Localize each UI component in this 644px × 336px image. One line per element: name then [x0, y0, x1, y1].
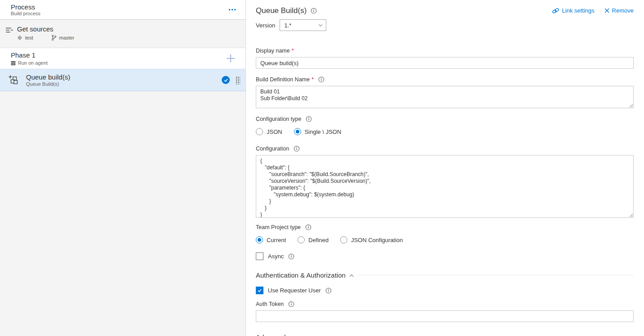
- build-pipeline-editor: Process Build process Get sources: [0, 0, 644, 336]
- phase-card: Phase 1 Run on agent: [0, 48, 245, 91]
- repo-name: test: [25, 35, 33, 40]
- panel-title: Queue Build(s): [256, 6, 307, 15]
- build-definition-label: Build Definition Name: [256, 76, 310, 83]
- panel-header: Queue Build(s) Link settings: [256, 6, 634, 15]
- panel-actions: Link settings Remove: [552, 7, 634, 14]
- async-label: Async: [268, 253, 284, 260]
- section-authentication-authorization[interactable]: Authentication & Authorization: [256, 271, 634, 279]
- add-task-button[interactable]: [223, 53, 238, 64]
- chevron-down-icon: [319, 22, 322, 26]
- display-name-field: Display name *: [256, 48, 634, 69]
- required-mark: *: [311, 76, 314, 83]
- configuration-field: Configuration { "default": { "sourceBran…: [256, 146, 634, 218]
- radio-circle-icon: [256, 128, 263, 135]
- remove-label: Remove: [612, 7, 634, 14]
- auth-section-title: Authentication & Authorization: [256, 271, 346, 279]
- phase-header[interactable]: Phase 1 Run on agent: [0, 48, 245, 69]
- radio-current[interactable]: Current: [256, 236, 286, 243]
- process-subtitle: Build process: [11, 11, 40, 17]
- auth-token-label-row: Auth Token: [256, 301, 634, 307]
- process-sidebar: Process Build process Get sources: [0, 0, 246, 336]
- version-value: 1.*: [284, 22, 291, 29]
- radio-circle-icon: [298, 236, 305, 243]
- phase-subtitle: Run on agent: [18, 60, 48, 66]
- configuration-textarea[interactable]: { "default": { "sourceBranch": "$(Build.…: [256, 155, 634, 218]
- info-icon[interactable]: [305, 224, 311, 230]
- radio-json[interactable]: JSON: [256, 128, 282, 135]
- configuration-type-label: Configuration type: [256, 116, 301, 122]
- build-definition-name-field: Build Definition Name * Build 01 Sub Fol…: [256, 76, 634, 108]
- auth-token-field: Auth Token: [256, 301, 634, 322]
- team-project-type-field: Team Project type Current Defined JSON: [256, 224, 634, 243]
- configuration-type-field: Configuration type JSON Single \ JSON: [256, 116, 634, 135]
- configuration-label-row: Configuration: [256, 146, 634, 152]
- plus-icon: [226, 53, 236, 63]
- auth-token-label: Auth Token: [256, 301, 284, 307]
- repo-icon: [17, 35, 22, 40]
- display-name-input[interactable]: [256, 57, 634, 69]
- info-icon[interactable]: [294, 146, 300, 152]
- task-row-queue-builds[interactable]: Queue build(s) Queue Build(s): [0, 69, 245, 91]
- info-icon[interactable]: [318, 76, 324, 83]
- version-select[interactable]: 1.*: [280, 19, 326, 31]
- sidebar-empty-area: [0, 91, 245, 336]
- section-divider: [358, 275, 634, 275]
- get-sources-item[interactable]: Get sources test: [0, 20, 245, 48]
- get-sources-title: Get sources: [17, 25, 74, 33]
- radio-json-configuration[interactable]: JSON Configuration: [340, 236, 403, 243]
- radio-circle-selected-icon: [256, 236, 263, 243]
- chevron-down-icon: [290, 333, 294, 336]
- drag-handle[interactable]: [235, 76, 240, 84]
- phase-subtitle-row: Run on agent: [11, 60, 48, 66]
- team-project-type-radio-group: Current Defined JSON Configuration: [256, 236, 634, 243]
- ellipsis-menu-icon[interactable]: [227, 7, 237, 12]
- section-advanced[interactable]: Advanced: [256, 333, 634, 336]
- display-name-label-row: Display name *: [256, 48, 634, 54]
- radio-defined-label: Defined: [308, 237, 329, 243]
- use-requester-user-label: Use Requester User: [268, 287, 321, 294]
- task-subtitle: Queue Build(s): [26, 81, 222, 87]
- task-texts: Queue build(s) Queue Build(s): [26, 73, 222, 87]
- radio-current-label: Current: [267, 237, 286, 243]
- info-icon[interactable]: [306, 116, 312, 122]
- build-definition-textarea[interactable]: Build 01 Sub Folder\Build 02: [256, 86, 634, 108]
- info-icon[interactable]: [325, 287, 332, 294]
- required-mark: *: [292, 48, 294, 54]
- info-icon[interactable]: [288, 253, 294, 260]
- configuration-label: Configuration: [256, 146, 289, 152]
- use-requester-user-row: Use Requester User: [256, 287, 634, 294]
- chevron-up-icon: [350, 271, 353, 279]
- display-name-label: Display name: [256, 48, 290, 54]
- get-sources-texts: Get sources test: [17, 25, 74, 48]
- branch-name: master: [59, 35, 74, 40]
- use-requester-user-checkbox[interactable]: [256, 287, 263, 294]
- version-row: Version 1.*: [256, 19, 634, 31]
- auth-token-input[interactable]: [256, 310, 634, 322]
- process-header[interactable]: Process Build process: [0, 0, 245, 20]
- info-icon[interactable]: [311, 8, 317, 14]
- version-label: Version: [256, 22, 275, 29]
- queue-build-task-icon: [8, 75, 19, 85]
- agent-icon: [11, 61, 16, 66]
- radio-json-label: JSON: [267, 128, 282, 135]
- task-valid-check-icon: [222, 76, 230, 84]
- info-icon[interactable]: [288, 301, 294, 307]
- task-title: Queue build(s): [26, 73, 222, 81]
- advanced-section-title: Advanced: [256, 333, 286, 336]
- team-project-type-label: Team Project type: [256, 224, 301, 230]
- process-header-text: Process Build process: [11, 3, 40, 17]
- phase-title: Phase 1: [11, 51, 48, 59]
- configuration-type-label-row: Configuration type: [256, 116, 634, 122]
- link-settings-button[interactable]: Link settings: [552, 7, 594, 14]
- configuration-type-radio-group: JSON Single \ JSON: [256, 128, 634, 135]
- radio-defined[interactable]: Defined: [298, 236, 329, 243]
- panel-title-row: Queue Build(s): [256, 6, 317, 15]
- remove-button[interactable]: Remove: [605, 7, 634, 14]
- phase-texts: Phase 1 Run on agent: [11, 51, 48, 66]
- radio-single-json[interactable]: Single \ JSON: [294, 128, 342, 135]
- async-checkbox[interactable]: [256, 252, 263, 260]
- get-sources-badges: test master: [17, 35, 74, 41]
- radio-circle-icon: [340, 236, 347, 243]
- team-project-type-label-row: Team Project type: [256, 224, 634, 230]
- build-definition-label-row: Build Definition Name *: [256, 76, 634, 83]
